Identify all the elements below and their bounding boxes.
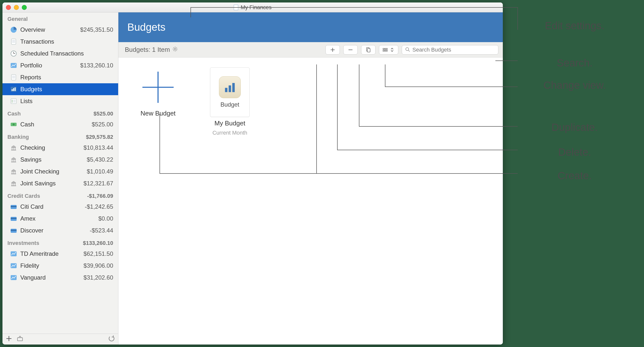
sidebar-item-label: Overview [20,26,77,33]
sidebar-refresh-button[interactable] [108,335,115,343]
callout-edit: Edit settings. [510,20,639,32]
sidebar: GeneralOverview$245,351.50TransactionsSc… [2,13,118,344]
sidebar-item-joint-checking[interactable]: Joint Checking$1,010.49 [2,166,118,177]
change-view-button[interactable] [379,45,398,55]
sidebar-group-header[interactable]: Credit Cards-$1,766.09 [2,189,118,201]
sidebar-item-label: Amex [20,215,95,222]
search-field[interactable] [402,45,498,55]
sidebar-item-citi-card[interactable]: Citi Card-$1,242.65 [2,201,118,213]
budget-tile[interactable]: Budget My Budget Current Month [200,67,260,136]
sidebar-item-scheduled-transactions[interactable]: Scheduled Transactions [2,48,118,60]
sidebar-group-amount: $133,260.10 [83,240,113,246]
callout-search: Search. [510,57,639,69]
titlebar[interactable]: My Finances [2,3,503,13]
sidebar-item-reports[interactable]: Reports [2,71,118,83]
sidebar-item-joint-savings[interactable]: Joint Savings$12,321.67 [2,177,118,189]
delete-button[interactable] [343,45,358,55]
list-icon [10,97,17,105]
new-budget-tile[interactable]: New Budget [128,67,188,117]
duplicate-button[interactable] [361,45,376,55]
sidebar-item-amount: $0.00 [98,215,113,222]
sidebar-item-portfolio[interactable]: Portfolio$133,260.10 [2,60,118,71]
sidebar-item-cash[interactable]: Cash$525.00 [2,119,118,130]
sidebar-group-header[interactable]: Cash$525.00 [2,107,118,119]
zoom-window-button[interactable] [22,5,27,10]
sidebar-item-vanguard[interactable]: Vanguard$31,202.60 [2,272,118,283]
sidebar-item-amount: $39,906.00 [84,262,113,269]
sidebar-item-label: Budgets [20,86,113,93]
main: Budgets Budgets: 1 Item [118,13,503,344]
sidebar-item-label: Joint Savings [20,180,80,187]
callout-view: Change view. [510,79,639,91]
sidebar-item-transactions[interactable]: Transactions [2,36,118,48]
sidebar-item-label: Transactions [20,38,113,45]
sidebar-group-amount: $29,575.82 [86,134,113,140]
sidebar-item-label: Joint Checking [20,168,84,175]
search-icon [405,47,410,53]
minimize-window-button[interactable] [14,5,19,10]
sidebar-item-savings[interactable]: Savings$5,430.22 [2,154,118,166]
sidebar-item-amount: $1,010.49 [87,168,113,175]
chart-icon [10,274,17,281]
sidebar-add-button[interactable] [6,335,12,343]
budget-card: Budget [210,67,250,117]
card-icon [10,203,17,210]
sidebar-item-label: Portfolio [20,62,77,69]
sidebar-item-amount: $10,813.44 [84,144,113,151]
plus-icon [138,67,178,107]
sidebar-item-lists[interactable]: Lists [2,95,118,107]
document-icon [234,5,238,10]
window-title: My Finances [234,4,272,11]
create-button[interactable] [326,45,340,55]
sidebar-group-header[interactable]: Banking$29,575.82 [2,130,118,142]
sidebar-group-header[interactable]: Investments$133,260.10 [2,236,118,248]
clock-icon [10,50,17,57]
app-window: My Finances GeneralOverview$245,351.50Tr… [2,3,503,344]
sidebar-item-label: Fidelity [20,262,80,269]
sidebar-item-amount: $12,321.67 [84,180,113,187]
card-icon [10,215,17,222]
sidebar-item-label: Discover [20,227,87,234]
sidebar-item-label: Scheduled Transactions [20,50,113,57]
sidebar-item-fidelity[interactable]: Fidelity$39,906.00 [2,260,118,272]
doc-icon [10,74,17,81]
sidebar-group-header[interactable]: General [2,13,118,24]
sidebar-collapse-button[interactable] [17,335,24,343]
sidebar-item-label: Cash [20,121,89,128]
bank-icon [10,156,17,163]
close-window-button[interactable] [6,5,11,10]
chart-icon [10,262,17,269]
section-title: Budgets [127,21,166,33]
sidebar-item-discover[interactable]: Discover-$523.44 [2,225,118,236]
sidebar-item-amount: $5,430.22 [87,156,113,163]
callout-delete: Delete. [510,146,639,158]
sidebar-item-label: Savings [20,156,84,163]
sidebar-item-td-ameritrade[interactable]: TD Ameritrade$62,151.50 [2,248,118,260]
search-input[interactable] [412,47,495,53]
toolbar-count-label: Budgets: 1 Item [125,46,170,54]
sidebar-item-amex[interactable]: Amex$0.00 [2,213,118,225]
sidebar-item-label: Checking [20,144,80,151]
new-budget-label: New Budget [140,110,176,117]
sidebar-item-checking[interactable]: Checking$10,813.44 [2,142,118,154]
sidebar-item-budgets[interactable]: Budgets [2,83,118,95]
sidebar-item-amount: $525.00 [92,121,113,128]
budget-card-label: Budget [220,101,239,108]
sidebar-item-overview[interactable]: Overview$245,351.50 [2,24,118,36]
sidebar-item-amount: $31,202.60 [84,274,113,281]
pie-icon [10,26,17,34]
sidebar-item-amount: -$1,242.65 [85,203,113,210]
sidebar-item-label: Citi Card [20,203,82,210]
callout-duplicate: Duplicate. [510,121,639,133]
sidebar-group-label: General [8,16,28,22]
sidebar-group-label: Banking [8,134,29,140]
sidebar-footer [2,334,118,344]
budget-app-icon [219,76,241,98]
sidebar-item-amount: -$523.44 [90,227,113,234]
doc-icon [10,38,17,45]
sidebar-group-amount: -$1,766.09 [87,193,113,199]
sidebar-group-amount: $525.00 [94,111,113,117]
budget-title: My Budget [214,120,245,127]
window-title-text: My Finances [241,4,272,11]
settings-gear-icon[interactable] [172,46,178,54]
